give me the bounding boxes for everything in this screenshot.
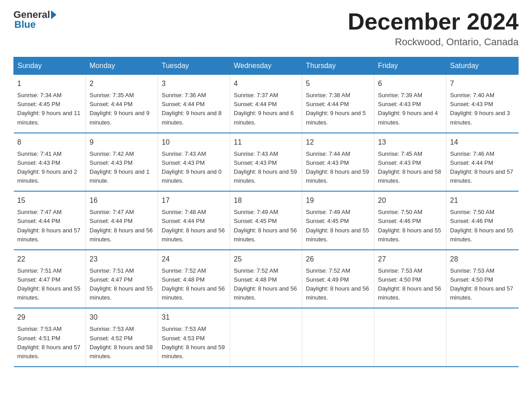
day-number: 26 [306,254,370,265]
table-row: 1Sunrise: 7:34 AMSunset: 4:45 PMDaylight… [14,75,519,133]
cell-content: Sunrise: 7:41 AMSunset: 4:43 PMDaylight:… [17,150,82,186]
day-number: 23 [90,254,154,265]
col-tuesday: Tuesday [158,57,230,75]
list-item: 17Sunrise: 7:48 AMSunset: 4:44 PMDayligh… [158,191,230,250]
day-number: 3 [162,78,226,89]
cell-content: Sunrise: 7:45 AMSunset: 4:43 PMDaylight:… [378,150,442,186]
calendar-table: Sunday Monday Tuesday Wednesday Thursday… [13,57,519,367]
col-monday: Monday [86,57,158,75]
cell-content: Sunrise: 7:49 AMSunset: 4:45 PMDaylight:… [306,208,370,244]
day-number: 11 [234,137,298,148]
month-title: December 2024 [348,9,519,34]
day-number: 21 [450,195,515,206]
list-item: 29Sunrise: 7:53 AMSunset: 4:51 PMDayligh… [14,308,86,367]
cell-content: Sunrise: 7:44 AMSunset: 4:43 PMDaylight:… [306,150,370,186]
day-number: 16 [90,195,154,206]
cell-content: Sunrise: 7:51 AMSunset: 4:47 PMDaylight:… [90,266,154,303]
day-number: 9 [90,137,154,148]
day-number: 27 [378,254,442,265]
page-header: General Blue December 2024 Rockwood, Ont… [13,9,519,48]
list-item: 15Sunrise: 7:47 AMSunset: 4:44 PMDayligh… [14,191,86,250]
list-item: 9Sunrise: 7:42 AMSunset: 4:43 PMDaylight… [86,133,158,192]
day-number: 17 [162,195,226,206]
list-item: 25Sunrise: 7:52 AMSunset: 4:48 PMDayligh… [230,250,302,308]
day-number: 18 [234,195,298,206]
list-item: 21Sunrise: 7:50 AMSunset: 4:46 PMDayligh… [446,191,519,250]
col-saturday: Saturday [446,57,519,75]
list-item [302,308,374,367]
day-number: 10 [162,137,226,148]
day-number: 4 [234,78,298,89]
cell-content: Sunrise: 7:38 AMSunset: 4:44 PMDaylight:… [306,91,370,127]
day-number: 20 [378,195,442,206]
col-friday: Friday [374,57,446,75]
cell-content: Sunrise: 7:50 AMSunset: 4:46 PMDaylight:… [378,208,442,244]
day-number: 12 [306,137,370,148]
day-number: 31 [162,312,226,323]
cell-content: Sunrise: 7:35 AMSunset: 4:44 PMDaylight:… [90,91,154,127]
col-sunday: Sunday [14,57,86,75]
cell-content: Sunrise: 7:52 AMSunset: 4:49 PMDaylight:… [306,266,370,303]
day-number: 15 [17,195,82,206]
cell-content: Sunrise: 7:48 AMSunset: 4:44 PMDaylight:… [162,208,226,244]
list-item: 20Sunrise: 7:50 AMSunset: 4:46 PMDayligh… [374,191,446,250]
cell-content: Sunrise: 7:53 AMSunset: 4:50 PMDaylight:… [450,266,515,303]
col-wednesday: Wednesday [230,57,302,75]
list-item: 16Sunrise: 7:47 AMSunset: 4:44 PMDayligh… [86,191,158,250]
day-number: 8 [17,137,82,148]
day-number: 14 [450,137,515,148]
list-item: 31Sunrise: 7:53 AMSunset: 4:53 PMDayligh… [158,308,230,367]
day-number: 29 [17,312,82,323]
day-number: 28 [450,254,515,265]
logo-arrow-icon [51,10,56,19]
table-row: 8Sunrise: 7:41 AMSunset: 4:43 PMDaylight… [14,133,519,192]
day-number: 6 [378,78,442,89]
cell-content: Sunrise: 7:40 AMSunset: 4:43 PMDaylight:… [450,91,515,127]
list-item: 5Sunrise: 7:38 AMSunset: 4:44 PMDaylight… [302,75,374,133]
list-item: 30Sunrise: 7:53 AMSunset: 4:52 PMDayligh… [86,308,158,367]
table-row: 29Sunrise: 7:53 AMSunset: 4:51 PMDayligh… [14,308,519,367]
list-item: 4Sunrise: 7:37 AMSunset: 4:44 PMDaylight… [230,75,302,133]
cell-content: Sunrise: 7:47 AMSunset: 4:44 PMDaylight:… [17,208,82,244]
day-number: 25 [234,254,298,265]
table-row: 15Sunrise: 7:47 AMSunset: 4:44 PMDayligh… [14,191,519,250]
cell-content: Sunrise: 7:37 AMSunset: 4:44 PMDaylight:… [234,91,298,127]
day-number: 7 [450,78,515,89]
day-number: 22 [17,254,82,265]
day-number: 13 [378,137,442,148]
list-item: 13Sunrise: 7:45 AMSunset: 4:43 PMDayligh… [374,133,446,192]
list-item: 7Sunrise: 7:40 AMSunset: 4:43 PMDaylight… [446,75,519,133]
cell-content: Sunrise: 7:39 AMSunset: 4:43 PMDaylight:… [378,91,442,127]
list-item: 3Sunrise: 7:36 AMSunset: 4:44 PMDaylight… [158,75,230,133]
list-item: 8Sunrise: 7:41 AMSunset: 4:43 PMDaylight… [14,133,86,192]
cell-content: Sunrise: 7:50 AMSunset: 4:46 PMDaylight:… [450,208,515,244]
cell-content: Sunrise: 7:53 AMSunset: 4:53 PMDaylight:… [162,325,226,361]
cell-content: Sunrise: 7:49 AMSunset: 4:45 PMDaylight:… [234,208,298,244]
header-row: Sunday Monday Tuesday Wednesday Thursday… [14,57,519,75]
cell-content: Sunrise: 7:52 AMSunset: 4:48 PMDaylight:… [162,266,226,303]
list-item: 24Sunrise: 7:52 AMSunset: 4:48 PMDayligh… [158,250,230,308]
list-item: 2Sunrise: 7:35 AMSunset: 4:44 PMDaylight… [86,75,158,133]
table-row: 22Sunrise: 7:51 AMSunset: 4:47 PMDayligh… [14,250,519,308]
logo-blue-text: Blue [14,19,36,30]
day-number: 1 [17,78,82,89]
list-item [446,308,519,367]
list-item: 27Sunrise: 7:53 AMSunset: 4:50 PMDayligh… [374,250,446,308]
day-number: 24 [162,254,226,265]
list-item: 14Sunrise: 7:46 AMSunset: 4:44 PMDayligh… [446,133,519,192]
list-item: 28Sunrise: 7:53 AMSunset: 4:50 PMDayligh… [446,250,519,308]
list-item: 12Sunrise: 7:44 AMSunset: 4:43 PMDayligh… [302,133,374,192]
cell-content: Sunrise: 7:34 AMSunset: 4:45 PMDaylight:… [17,91,82,127]
list-item [230,308,302,367]
day-number: 19 [306,195,370,206]
cell-content: Sunrise: 7:43 AMSunset: 4:43 PMDaylight:… [162,150,226,186]
day-number: 5 [306,78,370,89]
cell-content: Sunrise: 7:53 AMSunset: 4:52 PMDaylight:… [90,325,154,361]
cell-content: Sunrise: 7:51 AMSunset: 4:47 PMDaylight:… [17,266,82,303]
list-item: 11Sunrise: 7:43 AMSunset: 4:43 PMDayligh… [230,133,302,192]
logo: General Blue [13,9,57,30]
col-thursday: Thursday [302,57,374,75]
cell-content: Sunrise: 7:53 AMSunset: 4:51 PMDaylight:… [17,325,82,361]
location: Rockwood, Ontario, Canada [348,36,519,48]
list-item: 23Sunrise: 7:51 AMSunset: 4:47 PMDayligh… [86,250,158,308]
